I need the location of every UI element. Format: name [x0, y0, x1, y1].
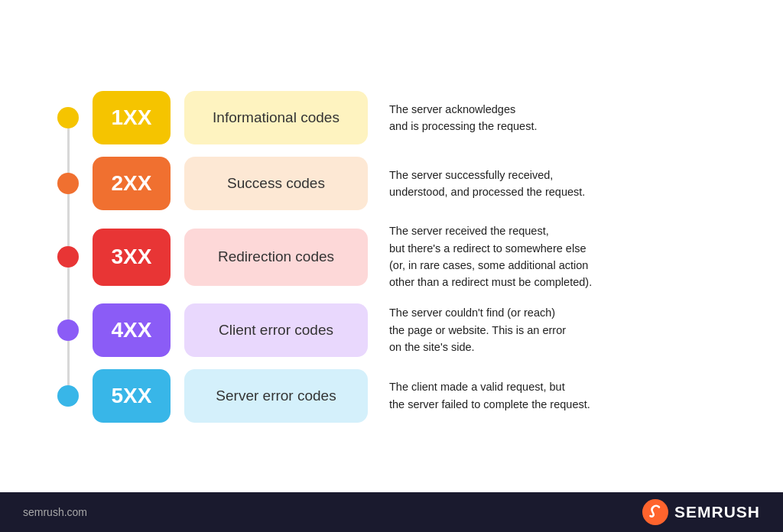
- semrush-icon: [642, 499, 668, 525]
- label-box-4xx: Client error codes: [184, 303, 368, 357]
- dot-5xx: [57, 385, 79, 407]
- svg-point-0: [642, 499, 668, 525]
- description-3xx: The server received the request, but the…: [389, 222, 592, 291]
- row-5xx: 5XXServer error codesThe client made a v…: [57, 363, 745, 429]
- dot-3xx: [57, 246, 79, 268]
- code-box-1xx: 1XX: [93, 91, 171, 144]
- main-content: 1XXInformational codesThe server acknowl…: [0, 0, 783, 492]
- dot-2xx: [57, 173, 79, 194]
- rows-container: 1XXInformational codesThe server acknowl…: [57, 85, 745, 429]
- description-2xx: The server successfully received, unders…: [389, 167, 585, 201]
- description-5xx: The client made a valid request, but the…: [389, 378, 590, 413]
- code-box-3xx: 3XX: [93, 229, 171, 286]
- dot-4xx: [57, 320, 79, 341]
- description-4xx: The server couldn't find (or reach) the …: [389, 304, 566, 355]
- code-box-4xx: 4XX: [93, 303, 171, 357]
- footer: semrush.com SEMRUSH: [0, 492, 783, 532]
- semrush-logo: SEMRUSH: [642, 499, 760, 525]
- label-box-1xx: Informational codes: [184, 91, 368, 144]
- dot-1xx: [57, 107, 79, 128]
- footer-url: semrush.com: [23, 506, 87, 518]
- row-1xx: 1XXInformational codesThe server acknowl…: [57, 85, 745, 151]
- description-1xx: The server acknowledges and is processin…: [389, 101, 537, 135]
- code-box-2xx: 2XX: [93, 157, 171, 210]
- code-box-5xx: 5XX: [93, 369, 171, 423]
- label-box-5xx: Server error codes: [184, 369, 368, 423]
- row-4xx: 4XXClient error codesThe server couldn't…: [57, 297, 745, 363]
- semrush-brand: SEMRUSH: [674, 503, 760, 521]
- row-2xx: 2XXSuccess codesThe server successfully …: [57, 151, 745, 216]
- label-box-3xx: Redirection codes: [184, 229, 368, 286]
- label-box-2xx: Success codes: [184, 157, 368, 210]
- row-3xx: 3XXRedirection codesThe server received …: [57, 216, 745, 297]
